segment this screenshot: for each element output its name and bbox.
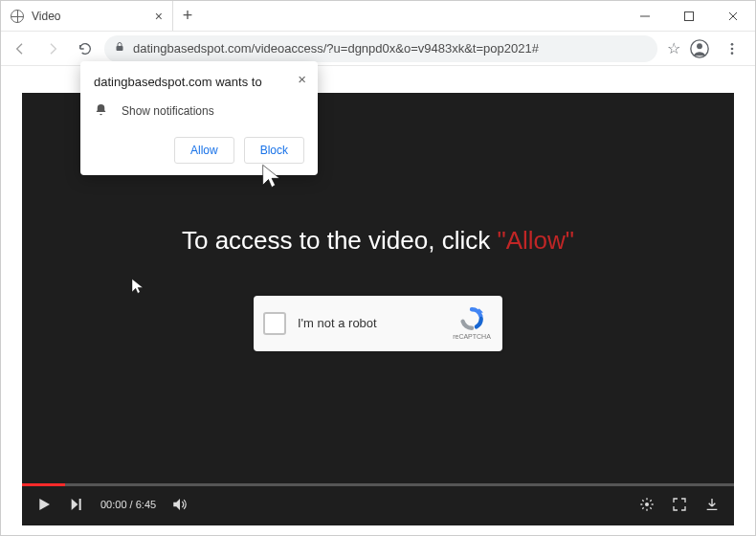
popup-header: datingbasedspot.com wants to: [94, 75, 304, 89]
menu-icon[interactable]: [719, 35, 745, 62]
svg-rect-4: [117, 46, 123, 51]
lock-icon: [114, 41, 125, 56]
popup-close-icon[interactable]: ×: [298, 71, 306, 87]
tab-close-icon[interactable]: ×: [155, 9, 163, 24]
recaptcha-logo: reCAPTCHA: [451, 306, 493, 340]
reload-button[interactable]: [72, 35, 99, 62]
svg-rect-13: [79, 499, 81, 510]
bell-icon: [94, 102, 108, 120]
svg-point-15: [645, 502, 649, 506]
notification-permission-popup: × datingbasedspot.com wants to Show noti…: [80, 61, 318, 175]
cursor-icon: [129, 278, 146, 299]
svg-marker-16: [263, 165, 280, 187]
close-window-button[interactable]: [711, 1, 755, 31]
access-message: To access to the video, click "Allow": [182, 226, 574, 256]
back-button[interactable]: [7, 35, 33, 62]
cursor-icon: [258, 163, 285, 193]
minimize-button[interactable]: [623, 1, 667, 31]
titlebar: Video × +: [1, 1, 755, 32]
progress-fill: [22, 483, 65, 486]
svg-marker-12: [72, 499, 78, 510]
address-bar[interactable]: datingbasedspot.com/videoaccess/?u=dgnpd…: [104, 35, 657, 62]
volume-button[interactable]: [171, 496, 189, 513]
new-tab-button[interactable]: +: [173, 1, 202, 31]
permission-item: Show notifications: [122, 104, 214, 118]
download-button[interactable]: [703, 496, 721, 513]
access-message-highlight: "Allow": [497, 226, 574, 255]
duration: 6:45: [136, 499, 156, 510]
allow-button[interactable]: Allow: [174, 137, 234, 164]
profile-icon[interactable]: [686, 35, 713, 62]
play-button[interactable]: [35, 496, 53, 513]
globe-icon: [11, 10, 24, 23]
svg-marker-17: [132, 279, 143, 294]
video-controls: 00:00 / 6:45: [22, 483, 734, 525]
recaptcha-widget[interactable]: I'm not a robot reCAPTCHA: [254, 296, 502, 351]
time-display: 00:00 / 6:45: [100, 499, 156, 510]
fullscreen-button[interactable]: [671, 496, 688, 513]
bookmark-star-icon[interactable]: ☆: [667, 39, 680, 57]
svg-point-8: [731, 47, 734, 50]
settings-button[interactable]: [638, 496, 656, 513]
svg-rect-1: [685, 11, 694, 20]
forward-button[interactable]: [39, 35, 66, 62]
access-message-text: To access to the video, click: [182, 226, 497, 255]
url-text: datingbasedspot.com/videoaccess/?u=dgnpd…: [133, 41, 539, 56]
tab-title: Video: [32, 10, 60, 23]
window-controls: [623, 1, 755, 31]
svg-marker-14: [173, 499, 180, 510]
svg-point-7: [731, 43, 734, 46]
block-button[interactable]: Block: [244, 137, 304, 164]
recaptcha-brand: reCAPTCHA: [451, 333, 493, 340]
svg-point-9: [731, 52, 734, 55]
next-button[interactable]: [68, 496, 85, 513]
current-time: 00:00: [100, 499, 127, 510]
svg-point-6: [697, 43, 702, 49]
progress-bar[interactable]: [22, 483, 734, 486]
recaptcha-label: I'm not a robot: [298, 316, 439, 330]
browser-tab[interactable]: Video ×: [1, 1, 173, 31]
svg-marker-11: [39, 499, 50, 510]
maximize-button[interactable]: [667, 1, 711, 31]
recaptcha-checkbox[interactable]: [263, 312, 286, 335]
